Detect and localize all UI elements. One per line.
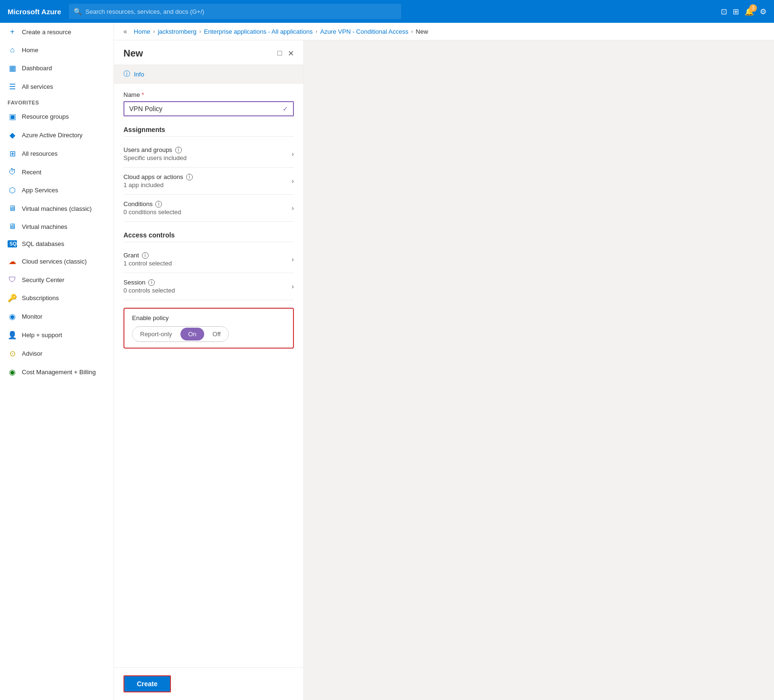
breadcrumb-enterprise-apps[interactable]: Enterprise applications - All applicatio… — [204, 28, 312, 35]
create-button[interactable]: Create — [123, 675, 171, 692]
cloud-apps-chevron: › — [292, 177, 294, 185]
users-groups-row[interactable]: Users and groups i Specific users includ… — [123, 141, 294, 168]
sql-databases-icon: SQL — [8, 240, 17, 247]
toggle-on[interactable]: On — [180, 328, 204, 341]
cloud-apps-info-icon[interactable]: i — [186, 174, 193, 180]
conditions-chevron: › — [292, 204, 294, 212]
conditions-row[interactable]: Conditions i 0 conditions selected › — [123, 195, 294, 222]
session-title: Session — [123, 279, 145, 286]
sidebar-item-all-services[interactable]: ☰All services — [0, 77, 113, 96]
sidebar-label-virtual-machines: Virtual machines — [22, 223, 67, 230]
content-area: New □ ✕ ⓘ Info Name — [114, 40, 774, 700]
info-icon: ⓘ — [123, 70, 130, 78]
session-row[interactable]: Session i 0 controls selected › — [123, 273, 294, 300]
collapse-button[interactable]: « — [123, 28, 127, 35]
settings-icon[interactable]: ⚙ — [760, 7, 766, 16]
panel-header-icons: □ ✕ — [277, 49, 294, 58]
users-groups-info-icon[interactable]: i — [175, 147, 182, 153]
sidebar-label-create-resource: Create a resource — [22, 28, 71, 36]
sidebar-item-monitor[interactable]: ◉Monitor — [0, 307, 113, 326]
notification-icon[interactable]: 🔔 3 — [745, 7, 754, 16]
conditions-info-icon[interactable]: i — [155, 201, 162, 208]
sidebar-label-azure-active-directory: Azure Active Directory — [22, 132, 83, 139]
search-input[interactable] — [85, 8, 396, 15]
sidebar-item-help-support[interactable]: 👤Help + support — [0, 326, 113, 344]
toggle-off[interactable]: Off — [205, 328, 228, 341]
sidebar-label-all-resources: All resources — [22, 150, 57, 157]
search-icon: 🔍 — [74, 8, 82, 15]
name-value: VPN Policy — [129, 105, 162, 113]
cloud-apps-row[interactable]: Cloud apps or actions i 1 app included › — [123, 168, 294, 195]
sidebar-item-advisor[interactable]: ⊙Advisor — [0, 344, 113, 363]
sidebar-item-subscriptions[interactable]: 🔑Subscriptions — [0, 289, 113, 307]
sidebar-label-subscriptions: Subscriptions — [22, 294, 59, 302]
sidebar-item-virtual-machines-classic[interactable]: 🖥Virtual machines (classic) — [0, 199, 113, 218]
sidebar-label-resource-groups: Resource groups — [22, 113, 69, 120]
sidebar-item-sql-databases[interactable]: SQLSQL databases — [0, 236, 113, 252]
maximize-icon[interactable]: □ — [277, 49, 282, 58]
panel-header: New □ ✕ — [114, 40, 303, 65]
assignments-section-title: Assignments — [123, 126, 294, 137]
monitor-icon: ◉ — [8, 312, 17, 321]
required-indicator: * — [142, 91, 144, 98]
search-bar[interactable]: 🔍 — [69, 4, 401, 19]
breadcrumb-azure-vpn[interactable]: Azure VPN - Conditional Access — [320, 28, 408, 35]
grant-info-icon[interactable]: i — [142, 252, 149, 259]
users-groups-title: Users and groups — [123, 146, 172, 153]
name-label: Name * — [123, 91, 294, 98]
azure-active-directory-icon: ◆ — [8, 131, 17, 140]
sidebar-label-monitor: Monitor — [22, 313, 42, 320]
sidebar-item-cloud-services[interactable]: ☁Cloud services (classic) — [0, 252, 113, 271]
all-services-icon: ☰ — [8, 82, 17, 91]
name-input-display[interactable]: VPN Policy ✓ — [123, 101, 294, 116]
grant-sub: 1 control selected — [123, 260, 172, 267]
breadcrumb-home[interactable]: Home — [134, 28, 151, 35]
sidebar-item-security-center[interactable]: 🛡Security Center — [0, 271, 113, 289]
sidebar-label-advisor: Advisor — [22, 350, 42, 357]
sidebar-item-home[interactable]: ⌂Home — [0, 41, 113, 59]
sidebar-label-dashboard: Dashboard — [22, 65, 52, 72]
sidebar-item-resource-groups[interactable]: ▣Resource groups — [0, 107, 113, 126]
terminal-icon[interactable]: ⊡ — [721, 7, 727, 16]
checkmark-icon: ✓ — [283, 105, 288, 113]
feedback-icon[interactable]: ⊞ — [733, 7, 739, 16]
sidebar-item-all-resources[interactable]: ⊞All resources — [0, 144, 113, 163]
grant-row[interactable]: Grant i 1 control selected › — [123, 246, 294, 273]
all-resources-icon: ⊞ — [8, 149, 17, 158]
sidebar-label-app-services: App Services — [22, 187, 58, 194]
new-policy-panel: New □ ✕ ⓘ Info Name — [114, 40, 304, 700]
create-btn-area: Create — [114, 667, 303, 700]
panel-title: New — [123, 48, 143, 59]
toggle-report-only[interactable]: Report-only — [132, 328, 179, 341]
sidebar-label-sql-databases: SQL databases — [22, 240, 64, 247]
session-info-icon[interactable]: i — [148, 279, 155, 286]
policy-toggle-group[interactable]: Report-only On Off — [132, 326, 229, 342]
brand-title: Microsoft Azure — [8, 8, 61, 16]
sidebar-item-cost-management[interactable]: ◉Cost Management + Billing — [0, 363, 113, 381]
panel-body: Name * VPN Policy ✓ Assignments — [114, 84, 303, 667]
session-sub: 0 controls selected — [123, 287, 175, 294]
sidebar-item-dashboard[interactable]: ▦Dashboard — [0, 59, 113, 77]
sidebar-item-app-services[interactable]: ⬡App Services — [0, 181, 113, 199]
virtual-machines-icon: 🖥 — [8, 222, 17, 231]
sidebar-item-create-resource[interactable]: +Create a resource — [0, 23, 113, 41]
app-services-icon: ⬡ — [8, 186, 17, 195]
users-groups-chevron: › — [292, 150, 294, 158]
info-section: ⓘ Info — [114, 65, 303, 84]
breadcrumb-jackstromberg[interactable]: jackstromberg — [158, 28, 197, 35]
sidebar-item-azure-active-directory[interactable]: ◆Azure Active Directory — [0, 126, 113, 144]
topbar-icons: ⊡ ⊞ 🔔 3 ⚙ — [721, 7, 766, 16]
resource-groups-icon: ▣ — [8, 112, 17, 121]
sidebar-item-virtual-machines[interactable]: 🖥Virtual machines — [0, 218, 113, 236]
virtual-machines-classic-icon: 🖥 — [8, 204, 17, 213]
breadcrumb-current: New — [416, 28, 428, 35]
notification-badge: 3 — [749, 4, 757, 12]
sidebar-label-security-center: Security Center — [22, 276, 65, 284]
create-resource-icon: + — [8, 28, 17, 36]
sidebar: +Create a resource⌂Home▦Dashboard☰All se… — [0, 23, 114, 700]
security-center-icon: 🛡 — [8, 275, 17, 284]
cloud-services-icon: ☁ — [8, 257, 17, 266]
breadcrumb: « Home › jackstromberg › Enterprise appl… — [114, 23, 774, 40]
close-icon[interactable]: ✕ — [288, 49, 294, 58]
sidebar-item-recent[interactable]: ⏱Recent — [0, 163, 113, 181]
